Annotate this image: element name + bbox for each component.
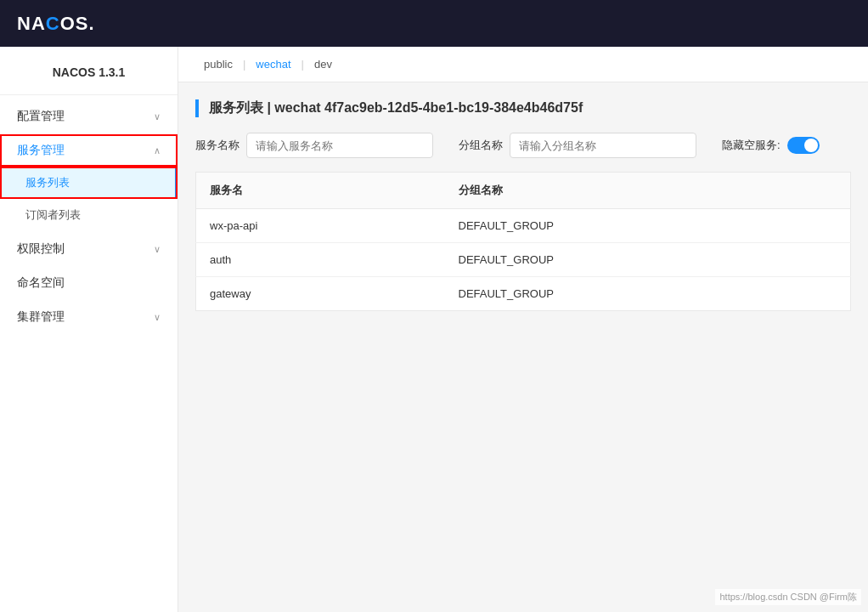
table-header-row: 服务名 分组名称 bbox=[196, 173, 851, 209]
service-name-input[interactable] bbox=[246, 133, 433, 158]
sidebar-group-config-title[interactable]: 配置管理 ∨ bbox=[0, 100, 178, 133]
cell-group-name: DEFAULT_GROUP bbox=[445, 243, 851, 277]
nacos-logo: NACOS. bbox=[17, 13, 95, 35]
sidebar-group-permission-title[interactable]: 权限控制 ∨ bbox=[0, 233, 178, 265]
page-title-bar: 服务列表 | wechat 4f7ac9eb-12d5-4be1-bc19-38… bbox=[195, 99, 851, 117]
cell-group-name: DEFAULT_GROUP bbox=[445, 209, 851, 243]
sidebar-group-namespace-title[interactable]: 命名空间 bbox=[0, 267, 178, 299]
filter-row: 服务名称 分组名称 隐藏空服务: bbox=[195, 133, 851, 158]
col-service-name: 服务名 bbox=[196, 173, 445, 209]
cell-service-name: wx-pa-api bbox=[196, 209, 445, 243]
group-name-label: 分组名称 bbox=[459, 138, 503, 153]
content-area: 服务列表 | wechat 4f7ac9eb-12d5-4be1-bc19-38… bbox=[178, 82, 868, 612]
table-row[interactable]: gateway DEFAULT_GROUP bbox=[196, 277, 851, 311]
sidebar: NACOS 1.3.1 配置管理 ∨ 服务管理 ∧ 服务列表 订阅者列表 权 bbox=[0, 47, 178, 612]
sidebar-version: NACOS 1.3.1 bbox=[0, 55, 178, 95]
table-row[interactable]: auth DEFAULT_GROUP bbox=[196, 243, 851, 277]
chevron-up-icon: ∧ bbox=[154, 145, 161, 156]
sidebar-item-service-list[interactable]: 服务列表 bbox=[0, 167, 178, 199]
sidebar-group-service: 服务管理 ∧ 服务列表 订阅者列表 bbox=[0, 134, 178, 231]
cell-group-name: DEFAULT_GROUP bbox=[445, 277, 851, 311]
group-name-input[interactable] bbox=[510, 133, 696, 158]
ns-tab-public[interactable]: public bbox=[195, 47, 241, 82]
sidebar-group-cluster: 集群管理 ∨ bbox=[0, 301, 178, 333]
watermark: https://blog.csdn CSDN @Firm陈 bbox=[715, 589, 861, 605]
hide-empty-toggle[interactable] bbox=[787, 137, 820, 154]
col-group-name: 分组名称 bbox=[445, 173, 851, 209]
cell-service-name: gateway bbox=[196, 277, 445, 311]
app-header: NACOS. bbox=[0, 0, 868, 47]
cell-service-name: auth bbox=[196, 243, 445, 277]
ns-tab-dev[interactable]: dev bbox=[306, 47, 341, 82]
ns-tab-wechat[interactable]: wechat bbox=[247, 47, 299, 82]
service-name-filter-group: 服务名称 bbox=[195, 133, 433, 158]
ns-separator-1: | bbox=[241, 58, 247, 71]
table-row[interactable]: wx-pa-api DEFAULT_GROUP bbox=[196, 209, 851, 243]
sidebar-group-namespace: 命名空间 bbox=[0, 267, 178, 299]
namespace-tabs: public | wechat | dev bbox=[178, 47, 868, 82]
sidebar-group-service-title[interactable]: 服务管理 ∧ bbox=[0, 134, 178, 167]
sidebar-group-cluster-title[interactable]: 集群管理 ∨ bbox=[0, 301, 178, 333]
service-table: 服务名 分组名称 wx-pa-api DEFAULT_GROUP auth DE… bbox=[195, 172, 851, 311]
hide-empty-filter-group: 隐藏空服务: bbox=[722, 137, 820, 154]
group-name-filter-group: 分组名称 bbox=[459, 133, 696, 158]
sidebar-group-config: 配置管理 ∨ bbox=[0, 100, 178, 133]
page-title: 服务列表 | wechat 4f7ac9eb-12d5-4be1-bc19-38… bbox=[209, 99, 583, 117]
service-name-label: 服务名称 bbox=[195, 138, 240, 153]
chevron-down-icon: ∨ bbox=[154, 111, 161, 122]
main-content: public | wechat | dev 服务列表 | wechat 4f7a… bbox=[178, 47, 868, 612]
hide-empty-label: 隐藏空服务: bbox=[722, 138, 781, 153]
chevron-down-icon-2: ∨ bbox=[154, 244, 161, 255]
chevron-down-icon-3: ∨ bbox=[154, 312, 161, 323]
ns-separator-2: | bbox=[300, 58, 306, 71]
sidebar-group-permission: 权限控制 ∨ bbox=[0, 233, 178, 265]
sidebar-item-subscriber-list[interactable]: 订阅者列表 bbox=[0, 199, 178, 231]
